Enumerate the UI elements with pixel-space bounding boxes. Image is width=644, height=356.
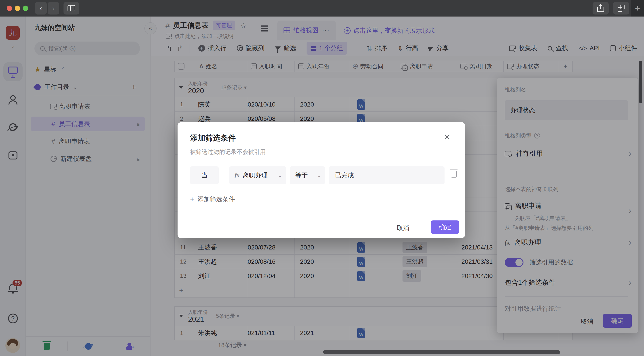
- tab-overview-button[interactable]: [613, 2, 629, 14]
- field-select[interactable]: fx 离职办理 ⌄: [229, 166, 286, 184]
- modal-subtitle: 被筛选过滤的记录不会被引用: [190, 148, 266, 156]
- zoom-window-button[interactable]: [23, 5, 28, 11]
- minimize-window-button[interactable]: [15, 5, 20, 11]
- chevron-down-icon: ⌄: [278, 172, 282, 178]
- value-input[interactable]: 已完成: [329, 166, 444, 184]
- share-window-button[interactable]: [592, 2, 609, 14]
- modal-cancel-button[interactable]: 取消: [397, 224, 409, 232]
- chevron-down-icon: ⌄: [317, 172, 321, 178]
- nav-forward-button[interactable]: ›: [48, 2, 59, 14]
- share-icon: [597, 5, 604, 12]
- add-filter-modal: 添加筛选条件 ✕ 被筛选过滤的记录不会被引用 当 fx 离职办理 ⌄ 等于 ⌄ …: [178, 122, 465, 238]
- close-window-button[interactable]: [7, 5, 12, 11]
- macos-titlebar: ‹ › +: [0, 0, 644, 16]
- app-window: ‹ › + 九 ⌄: [0, 0, 644, 356]
- when-box: 当: [190, 166, 219, 184]
- copy-windows-icon: [618, 5, 624, 12]
- new-tab-button[interactable]: +: [631, 0, 644, 16]
- modal-title: 添加筛选条件: [190, 133, 236, 143]
- plus-icon: +: [190, 195, 194, 203]
- delete-condition-button[interactable]: [451, 171, 456, 178]
- trash-icon: [451, 171, 456, 178]
- sidebar-toggle-icon: [68, 5, 75, 11]
- modal-ok-button[interactable]: 确定: [431, 220, 459, 234]
- operator-select[interactable]: 等于 ⌄: [290, 166, 325, 184]
- toggle-sidebar-button[interactable]: [64, 2, 79, 14]
- close-icon[interactable]: ✕: [443, 132, 451, 142]
- fx-icon: fx: [234, 172, 240, 179]
- add-condition-link[interactable]: + 添加筛选条件: [190, 195, 235, 203]
- nav-back-button[interactable]: ‹: [35, 2, 47, 14]
